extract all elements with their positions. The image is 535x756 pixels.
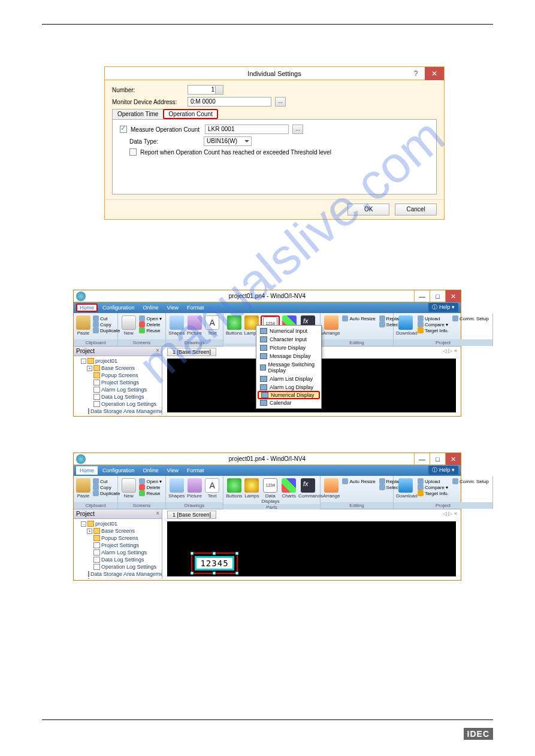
lamps-part-3[interactable]: Lamps [244,478,261,499]
canvas-tab-3[interactable]: 1 [Base Screen] [167,511,216,519]
download-button-3[interactable]: Download [396,478,415,499]
menu-home-3[interactable]: Home [76,466,98,475]
dd-numerical-display[interactable]: Numerical Display [258,391,320,399]
design-canvas-3[interactable]: 12345 [167,521,456,576]
tree-operation-log-3[interactable]: Operation Log Settings [76,563,159,570]
copy-button-3[interactable]: Copy [92,484,121,490]
dd-character-input[interactable]: Character Input [256,335,321,344]
comm-setup-button[interactable]: Comm. Setup [451,315,490,321]
tree-data-storage-3[interactable]: Data Storage Area Management [76,570,159,578]
commands-part-3[interactable]: Commands [298,478,318,499]
measure-count-browse[interactable]: ... [292,125,303,134]
delete-screen-button[interactable]: Delete [138,321,163,327]
help-button[interactable]: ? [409,67,422,80]
dd-message-switching[interactable]: Message Switching Display [256,360,321,375]
arrange-button[interactable]: Arrange [323,315,340,336]
resize-handle[interactable] [191,552,194,555]
measure-count-checkbox[interactable] [120,126,127,133]
tree-root-3[interactable]: -project01 [76,520,159,527]
canvas-tab[interactable]: 1 [Base Screen] [167,348,216,356]
comm-setup-button-3[interactable]: Comm. Setup [451,478,490,484]
dd-alarm-log[interactable]: Alarm Log Display [256,383,321,391]
canvas-controls-3[interactable]: ◁ ▷ × [443,511,457,517]
text-button-3[interactable]: AText [204,478,220,499]
menu-view[interactable]: View [164,303,182,312]
upload-button[interactable]: Upload [416,315,450,321]
tree-preventive-3[interactable]: Preventive Maintenance Settings [76,578,159,579]
picture-button-3[interactable]: Picture [186,478,203,499]
target-info-button-3[interactable]: Target Info. [416,490,450,496]
ok-button[interactable]: OK [347,204,389,215]
open-screen-button[interactable]: Open ▾ [138,315,163,321]
tree-project-settings[interactable]: Project Settings [76,379,159,386]
open-screen-button-3[interactable]: Open ▾ [138,478,163,484]
resize-handle[interactable] [191,572,194,575]
tree-base-screens-3[interactable]: +Base Screens [76,527,159,535]
datatype-combo[interactable]: UBIN16(W) [204,136,252,146]
tree-base-screens[interactable]: +Base Screens [76,365,159,372]
menu-configuration-3[interactable]: Configuration [99,466,138,475]
help-corner-3[interactable]: ⓘ Help ▾ [428,466,458,475]
maximize-button[interactable]: □ [430,290,445,302]
number-input[interactable]: 1 [188,85,223,95]
tree-project-settings-3[interactable]: Project Settings [76,542,159,549]
close-button[interactable]: ✕ [425,67,444,80]
new-screen-button[interactable]: New [120,315,137,336]
compare-button-3[interactable]: Compare ▾ [416,484,450,490]
resize-handle[interactable] [235,572,238,575]
window-close-button-3[interactable]: ✕ [445,453,461,465]
arrange-button-3[interactable]: Arrange [323,478,340,499]
paste-button[interactable]: Paste [76,315,90,336]
duplicate-button[interactable]: Duplicate [92,327,121,333]
shapes-button[interactable]: Shapes [168,315,185,336]
dd-alarm-list[interactable]: Alarm List Display [256,375,321,383]
menu-home[interactable]: Home [76,303,98,312]
minimize-button[interactable]: — [414,290,430,302]
numerical-display-object[interactable]: 12345 [191,552,238,574]
text-button[interactable]: AText [204,315,220,336]
autoresize-button[interactable]: Auto Resize [341,315,376,321]
canvas-controls[interactable]: ◁ ▷ × [443,348,457,354]
download-button[interactable]: Download [396,315,415,336]
monitor-address-input[interactable]: 0:M 0000 [188,97,271,107]
shapes-button-3[interactable]: Shapes [168,478,185,499]
reuse-screen-button[interactable]: Reuse [138,327,163,333]
new-screen-button-3[interactable]: New [120,478,137,499]
charts-part-3[interactable]: Charts [280,478,297,499]
report-threshold-checkbox[interactable] [129,148,137,156]
tab-operation-count[interactable]: Operation Count [163,109,217,119]
reuse-screen-button-3[interactable]: Reuse [138,490,163,496]
compare-button[interactable]: Compare ▾ [416,321,450,327]
tab-operation-time[interactable]: Operation Time [112,109,164,119]
menu-configuration[interactable]: Configuration [99,303,138,312]
cut-button-3[interactable]: Cut [92,478,121,484]
monitor-address-browse[interactable]: ... [275,97,286,107]
upload-button-3[interactable]: Upload [416,478,450,484]
autoresize-button-3[interactable]: Auto Resize [341,478,376,484]
data-displays-button-3[interactable]: 1234Data Displays [261,478,279,504]
menu-online-3[interactable]: Online [140,466,162,475]
tree-alarm-log[interactable]: Alarm Log Settings [76,386,159,393]
minimize-button-3[interactable]: — [414,453,430,465]
tree-data-log[interactable]: Data Log Settings [76,393,159,400]
menu-online[interactable]: Online [140,303,162,312]
copy-button[interactable]: Copy [92,321,121,327]
resize-handle[interactable] [213,572,216,575]
dd-message-display[interactable]: Message Display [256,352,321,360]
tree-data-log-3[interactable]: Data Log Settings [76,556,159,563]
resize-handle[interactable] [235,552,238,555]
design-canvas[interactable]: Numerical Input Character Input Picture … [167,359,456,412]
tree-operation-log[interactable]: Operation Log Settings [76,400,159,408]
buttons-part[interactable]: Buttons [226,315,242,336]
duplicate-button-3[interactable]: Duplicate [92,490,121,496]
tree-popup-screens-3[interactable]: Popup Screens [76,535,159,542]
dd-calendar[interactable]: Calendar [256,399,321,407]
maximize-button-3[interactable]: □ [430,453,445,465]
measure-count-input[interactable]: LKR 0001 [205,125,289,134]
help-corner[interactable]: ⓘ Help ▾ [428,303,458,312]
tree-data-storage[interactable]: Data Storage Area Management [76,408,159,415]
tree-popup-screens[interactable]: Popup Screens [76,372,159,379]
dd-picture-display[interactable]: Picture Display [256,344,321,352]
picture-button[interactable]: Picture [186,315,203,336]
cancel-button[interactable]: Cancel [395,204,437,215]
